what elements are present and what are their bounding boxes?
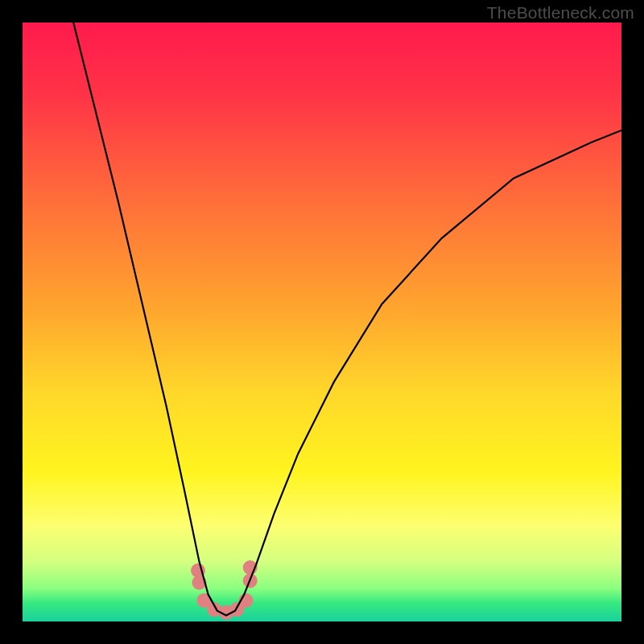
watermark-text: TheBottleneck.com	[487, 3, 634, 23]
plot-area	[23, 23, 621, 621]
chart-frame: TheBottleneck.com	[0, 0, 644, 644]
bottleneck-curve	[73, 23, 621, 616]
curve-layer	[23, 23, 621, 621]
